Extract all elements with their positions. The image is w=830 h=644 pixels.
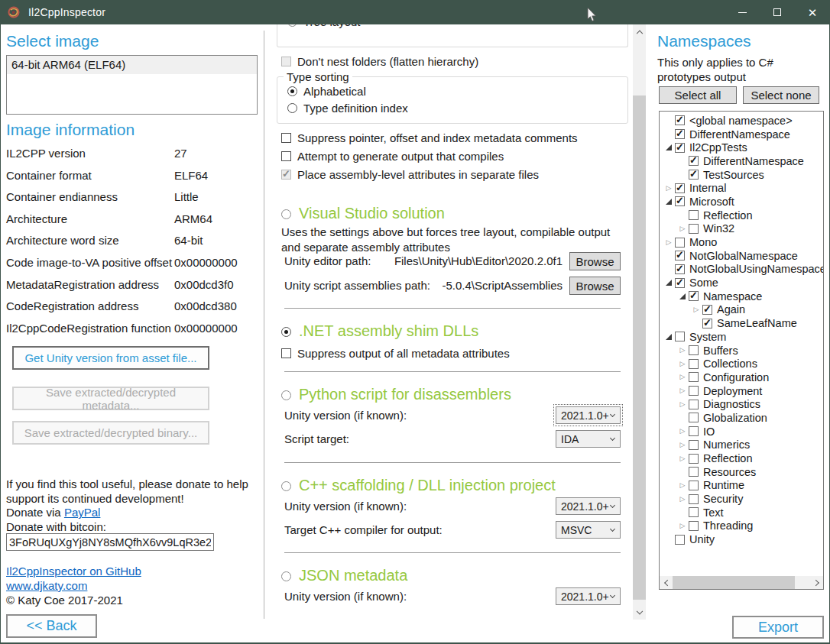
paypal-link[interactable]: PayPal [64, 506, 101, 519]
cpp-compiler-dropdown[interactable]: MSVC [556, 521, 621, 539]
collapse-icon[interactable] [663, 280, 675, 286]
tree-item[interactable]: ▷Configuration [660, 371, 824, 384]
radio-icon[interactable] [281, 327, 291, 337]
checkbox-icon[interactable] [689, 440, 699, 450]
option-checkbox[interactable]: Attempt to generate output that compiles [281, 150, 578, 163]
checkbox-icon[interactable] [675, 129, 685, 139]
checkbox-icon[interactable] [281, 348, 291, 358]
collapse-icon[interactable] [663, 144, 675, 150]
json-unity-version-dropdown[interactable]: 2021.1.0+ [556, 587, 621, 605]
expand-icon[interactable]: ▷ [676, 361, 689, 367]
checkbox-icon[interactable] [281, 151, 291, 161]
cpp-scaffolding-section-radio[interactable]: C++ scaffolding / DLL injection project [281, 477, 556, 494]
tree-item[interactable]: Il2CppTests [660, 141, 824, 154]
cpp-unity-version-dropdown[interactable]: 2021.1.0+ [556, 497, 621, 515]
tree-item[interactable]: ▷Collections [660, 357, 824, 371]
maximize-icon[interactable] [760, 0, 795, 24]
type-sorting-option[interactable]: Type definition index [287, 102, 408, 115]
tree-item[interactable]: Reflection [660, 209, 824, 222]
scrollbar-thumb[interactable] [673, 576, 795, 589]
tree-item[interactable]: SameLeafName [660, 316, 824, 330]
tree-item[interactable]: Text [660, 506, 824, 519]
expand-icon[interactable]: ▷ [676, 387, 689, 394]
scroll-left-icon[interactable] [660, 576, 673, 589]
tree-item[interactable]: ▷Reflection [660, 451, 824, 465]
tree-item[interactable]: Namespace [660, 290, 824, 303]
checkbox-icon[interactable] [689, 224, 699, 234]
namespaces-tree[interactable]: <global namespace>DifferentNamespaceIl2C… [659, 111, 824, 590]
checkbox-icon[interactable] [689, 156, 699, 166]
expand-icon[interactable]: ▷ [676, 401, 689, 408]
save-binary-button[interactable]: Save extracted/decrypted binary... [12, 421, 209, 445]
tree-item[interactable]: DifferentNamespace [660, 128, 824, 141]
checkbox-icon[interactable] [675, 143, 685, 153]
tree-item[interactable]: ▷Buffers [660, 344, 824, 358]
collapse-icon[interactable] [676, 293, 689, 299]
scroll-up-icon[interactable] [633, 24, 646, 37]
radio-icon[interactable] [281, 481, 291, 491]
close-icon[interactable]: ✕ [795, 0, 830, 24]
checkbox-icon[interactable] [675, 115, 685, 125]
export-button[interactable]: Export [732, 616, 824, 639]
image-list-item[interactable]: 64-bit ARM64 (ELF64) [7, 56, 257, 74]
checkbox-icon[interactable] [675, 535, 685, 545]
tree-layout-radio[interactable]: Tree layout [287, 24, 360, 28]
json-metadata-section-radio[interactable]: JSON metadata [281, 567, 407, 584]
checkbox-icon[interactable] [689, 345, 699, 355]
expand-icon[interactable]: ▷ [676, 455, 689, 462]
checkbox-icon[interactable] [689, 400, 699, 409]
tree-item[interactable]: ▷Again [660, 303, 824, 317]
tree-item[interactable]: NotGlobalUsingNamespace [660, 263, 824, 277]
select-all-button[interactable]: Select all [659, 86, 737, 104]
expand-icon[interactable]: ▷ [676, 496, 689, 503]
save-metadata-button[interactable]: Save extracted/decrypted metadata... [12, 387, 209, 410]
tree-item[interactable]: NotGlobalNamespace [660, 249, 824, 263]
tree-item[interactable]: Resources [660, 465, 824, 479]
script-assemblies-path-value[interactable]: -5.0.4\ScriptAssemblies [371, 279, 563, 292]
option-checkbox[interactable]: Suppress pointer, offset and index metad… [281, 131, 578, 144]
script-target-dropdown[interactable]: IDA [556, 430, 621, 448]
radio-icon[interactable] [287, 86, 297, 96]
checkbox-icon[interactable] [689, 372, 699, 382]
tree-item[interactable]: ▷Deployment [660, 384, 824, 398]
tree-item[interactable]: ▷Mono [660, 235, 824, 249]
checkbox-icon[interactable] [281, 133, 291, 143]
expand-icon[interactable]: ▷ [676, 523, 689, 529]
checkbox-icon[interactable] [675, 183, 685, 193]
expand-icon[interactable]: ▷ [676, 225, 689, 232]
checkbox-icon[interactable] [675, 332, 685, 341]
checkbox-icon[interactable] [675, 196, 685, 206]
scroll-down-icon[interactable] [633, 607, 646, 620]
checkbox-icon[interactable] [675, 238, 685, 248]
checkbox-icon[interactable] [689, 170, 699, 180]
checkbox-icon[interactable] [675, 278, 685, 288]
radio-icon[interactable] [281, 209, 291, 219]
expand-icon[interactable]: ▷ [676, 442, 689, 448]
browse-assemblies-path-button[interactable]: Browse [569, 277, 621, 295]
tree-item[interactable]: ▷Threading [660, 519, 824, 533]
tree-item[interactable]: DifferentNamespace [660, 154, 824, 168]
tree-item[interactable]: ▷Runtime [660, 479, 824, 493]
checkbox-icon[interactable] [689, 481, 699, 490]
expand-icon[interactable]: ▷ [690, 306, 702, 313]
radio-icon[interactable] [287, 103, 297, 113]
option-checkbox[interactable]: Place assembly-level attributes in separ… [281, 168, 578, 181]
python-unity-version-dropdown[interactable]: 2021.1.0+ [556, 406, 621, 424]
scrollbar-thumb[interactable] [633, 95, 646, 600]
unity-editor-path-value[interactable]: Files\Unity\Hub\Editor\2020.2.0f1 [371, 254, 563, 267]
radio-icon[interactable] [281, 571, 291, 581]
select-none-button[interactable]: Select none [743, 86, 819, 104]
checkbox-icon[interactable] [702, 319, 712, 328]
checkbox-icon[interactable] [689, 521, 699, 531]
suppress-metadata-attributes-checkbox[interactable]: Suppress output of all metadata attribut… [281, 347, 510, 360]
back-button[interactable]: << Back [6, 614, 97, 638]
python-script-section-radio[interactable]: Python script for disassemblers [281, 386, 511, 403]
expand-icon[interactable]: ▷ [676, 347, 689, 354]
tree-item[interactable]: Some [660, 276, 824, 290]
checkbox-icon[interactable] [689, 467, 699, 477]
tree-item[interactable]: Unity [660, 532, 824, 546]
checkbox-icon[interactable] [689, 454, 699, 464]
tree-item[interactable]: ▷IO [660, 425, 824, 439]
tree-item[interactable]: ▷Numerics [660, 439, 824, 452]
tree-item[interactable]: <global namespace> [660, 114, 824, 128]
